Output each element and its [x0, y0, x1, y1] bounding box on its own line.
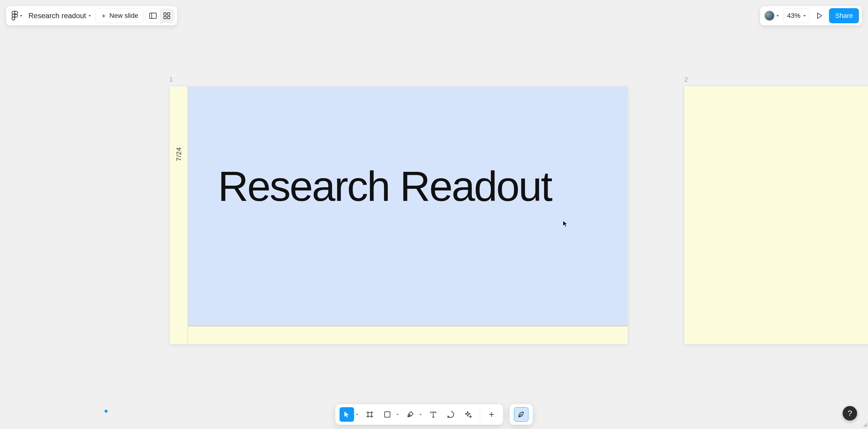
canvas[interactable]: 1 7/24 Research Readout 2 [0, 0, 868, 429]
avatar [764, 10, 775, 21]
comment-icon [447, 410, 455, 419]
actions-tool-button[interactable] [461, 407, 476, 422]
slide-1-margin-line [188, 87, 188, 344]
cursor-icon [343, 410, 351, 419]
shape-tool-button[interactable] [380, 407, 395, 422]
chevron-down-icon [803, 15, 806, 17]
share-button[interactable]: Share [829, 8, 859, 23]
user-menu-button[interactable] [763, 9, 780, 22]
grid-icon [163, 12, 170, 19]
pen-icon [406, 410, 414, 419]
play-icon [816, 12, 823, 19]
chevron-down-icon [776, 15, 779, 17]
tools-island-main [336, 404, 503, 425]
leaf-icon [518, 410, 525, 419]
toolbar-top-left: Research readout ＋ New slide [6, 6, 177, 25]
zoom-label: 43% [787, 12, 800, 20]
mouse-cursor-icon [563, 221, 568, 227]
chevron-down-icon [20, 15, 22, 17]
single-slide-view-button[interactable] [146, 9, 160, 22]
slide-number-1: 1 [169, 76, 173, 84]
plus-icon: ＋ [100, 12, 107, 19]
sparkle-icon [465, 410, 472, 419]
text-icon [430, 410, 437, 419]
window-resize-handle-icon[interactable] [863, 422, 867, 427]
zoom-dropdown[interactable]: 43% [783, 8, 810, 23]
chevron-down-icon [89, 15, 91, 17]
help-button[interactable]: ? [843, 406, 857, 421]
new-slide-label: New slide [110, 12, 138, 20]
slide-number-2: 2 [684, 76, 688, 84]
grid-view-button[interactable] [160, 9, 174, 22]
pen-tool-button[interactable] [403, 407, 418, 422]
slide-1-title[interactable]: Research Readout [218, 165, 551, 207]
frame-icon [366, 410, 374, 419]
tools-island-dev [510, 404, 533, 425]
file-name-dropdown[interactable]: Research readout [26, 10, 93, 22]
page-indicator-dot[interactable] [104, 410, 107, 413]
text-tool-button[interactable] [426, 407, 441, 422]
svg-rect-11 [385, 412, 390, 417]
svg-rect-6 [167, 16, 170, 19]
frame-tool-button[interactable] [363, 407, 377, 422]
chevron-down-icon[interactable] [397, 414, 399, 416]
add-tool-button[interactable] [485, 407, 499, 422]
slide-1-date: 7/24 [175, 147, 183, 161]
svg-rect-5 [164, 16, 166, 19]
main-menu-button[interactable] [9, 9, 24, 22]
new-slide-button[interactable]: ＋ New slide [95, 8, 143, 23]
chevron-down-icon[interactable] [356, 414, 359, 416]
slide-1[interactable]: 7/24 Research Readout [169, 87, 628, 344]
single-slide-icon [149, 13, 157, 19]
move-tool-button[interactable] [340, 407, 354, 422]
svg-rect-4 [167, 13, 170, 15]
rectangle-icon [383, 410, 392, 419]
figma-logo-icon [11, 11, 18, 21]
svg-rect-1 [150, 13, 156, 19]
plus-icon [488, 411, 495, 418]
chevron-down-icon[interactable] [420, 414, 422, 416]
slide-2[interactable] [684, 87, 868, 344]
svg-point-0 [15, 14, 18, 17]
comment-tool-button[interactable] [444, 407, 458, 422]
file-name-label: Research readout [28, 11, 86, 20]
dev-mode-toggle[interactable] [514, 407, 529, 422]
help-icon: ? [848, 409, 852, 418]
toolbar-top-right: 43% Share [760, 6, 862, 25]
toolbar-divider [480, 408, 480, 421]
present-button[interactable] [813, 9, 826, 22]
svg-rect-3 [164, 13, 166, 15]
svg-line-24 [867, 426, 867, 427]
view-mode-toggle [146, 9, 174, 23]
toolbar-bottom [336, 404, 533, 425]
